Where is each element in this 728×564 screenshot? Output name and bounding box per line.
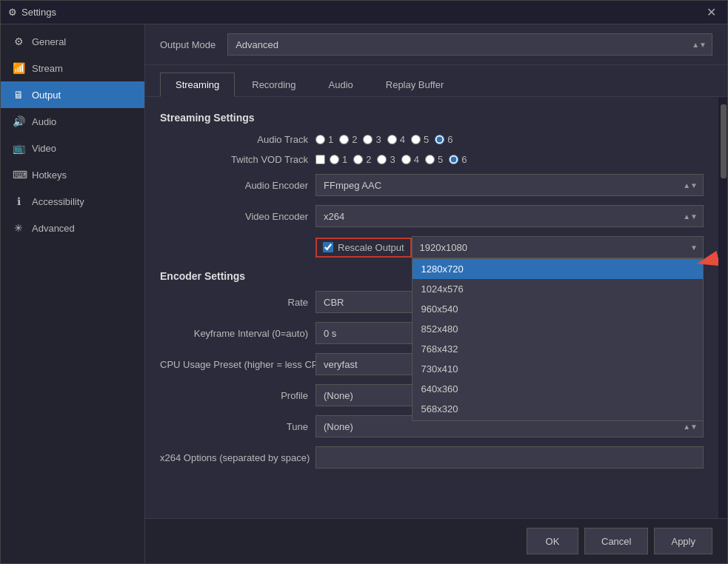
audio-track-radio-1[interactable] (315, 135, 325, 144)
vod-track-label-1: 1 (342, 154, 347, 165)
sidebar-item-video[interactable]: 📺 Video (1, 135, 144, 161)
audio-encoder-select[interactable]: FFmpeg AAC (315, 174, 704, 196)
window-title: Settings (21, 7, 56, 18)
vod-track-radio-3[interactable] (377, 155, 387, 164)
vod-track-5[interactable]: 5 (425, 154, 443, 165)
audio-track-label: Audio Track (257, 134, 308, 145)
tab-streaming[interactable]: Streaming (160, 73, 235, 97)
video-encoder-label: Video Encoder (245, 211, 308, 222)
x264-options-label: x264 Options (separated by space) (160, 452, 310, 463)
audio-track-radio-4[interactable] (387, 135, 397, 144)
vod-track-radio-4[interactable] (401, 155, 411, 164)
tab-replay-buffer[interactable]: Replay Buffer (370, 73, 460, 96)
video-encoder-select[interactable]: x264 (315, 205, 704, 227)
dropdown-item-852x480[interactable]: 852x480 (413, 319, 703, 339)
audio-track-label-2: 2 (352, 134, 357, 145)
vod-track-radio-2[interactable] (353, 155, 363, 164)
audio-track-3[interactable]: 3 (363, 134, 381, 145)
main-content: ⚙ General 📶 Stream 🖥 Output 🔊 Audio 📺 Vi… (1, 24, 727, 563)
vod-track-1[interactable]: 1 (330, 154, 347, 165)
sidebar-item-hotkeys[interactable]: ⌨ Hotkeys (1, 161, 144, 188)
close-button[interactable]: ✕ (702, 4, 720, 21)
twitch-vod-radio-group: 1 2 3 (330, 154, 467, 165)
audio-encoder-control: FFmpeg AAC ▲▼ (315, 174, 704, 196)
audio-track-label-3: 3 (375, 134, 381, 145)
scrollbar-track[interactable] (718, 97, 727, 518)
audio-track-2[interactable]: 2 (339, 134, 357, 145)
vod-track-radio-6[interactable] (449, 155, 458, 164)
sidebar-label-hotkeys: Hotkeys (32, 169, 67, 181)
apply-button[interactable]: Apply (654, 528, 712, 554)
advanced-icon: ✳ (13, 222, 24, 234)
cancel-button[interactable]: Cancel (584, 528, 648, 554)
vod-track-2[interactable]: 2 (353, 154, 371, 165)
sidebar-item-general[interactable]: ⚙ General (1, 28, 144, 55)
sidebar-label-output: Output (32, 90, 61, 101)
tab-recording[interactable]: Recording (236, 73, 311, 96)
title-bar-left: ⚙ Settings (8, 7, 56, 18)
audio-track-row: Audio Track 1 2 (160, 134, 704, 145)
twitch-vod-controls: 1 2 3 (315, 154, 704, 165)
vod-track-label-2: 2 (366, 154, 371, 165)
dropdown-item-960x540[interactable]: 960x540 (413, 299, 703, 319)
dropdown-item-1280x720[interactable]: 1280x720 (413, 259, 703, 279)
keyboard-icon: ⌨ (13, 169, 24, 181)
content-area: Output Mode Advanced Simple ▲▼ Streaming… (145, 24, 727, 563)
audio-track-4[interactable]: 4 (387, 134, 405, 145)
dropdown-item-568x320[interactable]: 568x320 (413, 399, 703, 419)
streaming-settings-title: Streaming Settings (160, 112, 704, 124)
dropdown-item-730x410[interactable]: 730x410 (413, 359, 703, 379)
dropdown-item-768x432[interactable]: 768x432 (413, 339, 703, 359)
vod-track-6[interactable]: 6 (449, 154, 467, 165)
twitch-vod-row: Twitch VOD Track 1 (160, 154, 704, 165)
dropdown-item-640x360[interactable]: 640x360 (413, 379, 703, 399)
audio-track-5[interactable]: 5 (411, 134, 429, 145)
output-mode-label: Output Mode (160, 39, 216, 50)
sidebar-item-audio[interactable]: 🔊 Audio (1, 108, 144, 135)
scrollbar-thumb[interactable] (721, 104, 727, 178)
dropdown-item-1024x576[interactable]: 1024x576 (413, 279, 703, 299)
rescale-current-value: 1920x1080 (420, 242, 467, 253)
cpu-preset-label: CPU Usage Preset (higher = less CPU) (160, 359, 328, 370)
title-bar: ⚙ Settings ✕ (1, 1, 727, 24)
rescale-output-checkbox[interactable] (323, 242, 333, 252)
audio-track-radio-2[interactable] (339, 135, 349, 144)
sidebar-item-stream[interactable]: 📶 Stream (1, 55, 144, 81)
rescale-output-section: Rescale Output 1920x1080 ▼ (160, 236, 704, 258)
output-mode-select[interactable]: Advanced Simple (227, 33, 712, 56)
sidebar-item-advanced[interactable]: ✳ Advanced (1, 215, 144, 241)
vod-track-4[interactable]: 4 (401, 154, 419, 165)
vod-track-label-3: 3 (390, 154, 395, 165)
tab-audio[interactable]: Audio (313, 73, 369, 96)
audio-encoder-select-wrapper: FFmpeg AAC ▲▼ (315, 174, 704, 196)
rescale-select-display[interactable]: 1920x1080 ▼ (412, 236, 704, 258)
sidebar-item-accessibility[interactable]: ℹ Accessibility (1, 188, 144, 215)
audio-track-1[interactable]: 1 (315, 134, 333, 145)
output-mode-select-wrapper: Advanced Simple ▲▼ (227, 33, 712, 56)
audio-track-label-5: 5 (424, 134, 429, 145)
audio-icon: 🔊 (13, 115, 24, 127)
accessibility-icon: ℹ (13, 195, 24, 207)
vod-track-radio-5[interactable] (425, 155, 435, 164)
ok-button[interactable]: OK (527, 528, 578, 554)
vod-track-label-6: 6 (461, 154, 467, 165)
twitch-vod-checkbox[interactable] (315, 155, 325, 164)
audio-track-radio-6[interactable] (435, 135, 444, 144)
dropdown-item-512x288[interactable]: 512x288 (413, 419, 703, 421)
sidebar-label-advanced: Advanced (32, 223, 75, 234)
output-mode-bar: Output Mode Advanced Simple ▲▼ (145, 24, 727, 65)
vod-track-label-4: 4 (414, 154, 419, 165)
twitch-vod-label: Twitch VOD Track (231, 154, 308, 165)
rescale-row: Rescale Output 1920x1080 ▼ (315, 236, 704, 258)
stream-icon: 📶 (13, 62, 24, 74)
x264-options-input[interactable] (315, 446, 704, 469)
vod-track-radio-1[interactable] (330, 155, 339, 164)
sidebar-item-output[interactable]: 🖥 Output (1, 81, 144, 108)
audio-track-radio-3[interactable] (363, 135, 373, 144)
video-encoder-row: Video Encoder x264 ▲▼ (160, 205, 704, 227)
audio-track-radio-5[interactable] (411, 135, 421, 144)
vod-track-3[interactable]: 3 (377, 154, 395, 165)
audio-track-label-1: 1 (328, 134, 333, 145)
audio-track-6[interactable]: 6 (435, 134, 453, 145)
video-encoder-control: x264 ▲▼ (315, 205, 704, 227)
